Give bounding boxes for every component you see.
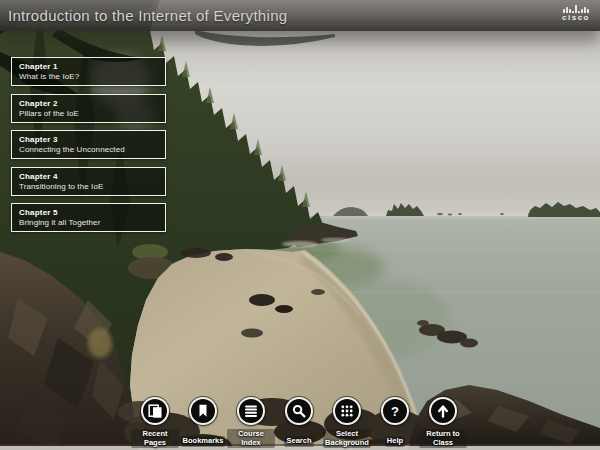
course-home-screen: Introduction to the Internet of Everythi…: [0, 0, 600, 450]
svg-text:?: ?: [391, 404, 399, 419]
return-to-class-icon[interactable]: [429, 397, 457, 425]
select-background-button[interactable]: Select Background: [323, 397, 371, 449]
return-to-class-button[interactable]: Return to Class: [419, 397, 467, 449]
chapter-item-3[interactable]: Chapter 3 Connecting the Unconnected: [11, 130, 166, 159]
toolbar-button-label: Help: [385, 429, 405, 447]
chapter-label: Chapter 3: [19, 134, 158, 145]
cisco-logo: cisco: [562, 4, 590, 22]
course-index-button[interactable]: Course Index: [227, 397, 275, 449]
toolbar-button-label: Recent Pages: [131, 429, 179, 449]
chapter-label: Chapter 2: [19, 98, 158, 109]
select-background-icon[interactable]: [333, 397, 361, 425]
help-button[interactable]: ? Help: [371, 397, 419, 449]
search-icon[interactable]: [285, 397, 313, 425]
toolbar-button-label: Select Background: [323, 429, 371, 449]
recent-pages-button[interactable]: Recent Pages: [131, 397, 179, 449]
chapter-menu: Chapter 1 What is the IoE? Chapter 2 Pil…: [11, 57, 166, 232]
help-icon[interactable]: ?: [381, 397, 409, 425]
chapter-title: Bringing it all Together: [19, 218, 158, 228]
cisco-logo-bars-icon: [563, 4, 589, 13]
chapter-title: What is the IoE?: [19, 72, 158, 82]
toolbar-button-label: Course Index: [227, 429, 275, 449]
bookmarks-button[interactable]: Bookmarks: [179, 397, 227, 449]
chapter-label: Chapter 1: [19, 61, 158, 72]
course-index-icon[interactable]: [237, 397, 265, 425]
cisco-logo-text: cisco: [562, 14, 590, 22]
toolbar-button-label: Return to Class: [419, 429, 467, 449]
chapter-item-2[interactable]: Chapter 2 Pillars of the IoE: [11, 94, 166, 123]
page-title: Introduction to the Internet of Everythi…: [8, 7, 287, 24]
bookmarks-icon[interactable]: [189, 397, 217, 425]
chapter-title: Transitioning to the IoE: [19, 182, 158, 192]
bottom-toolbar: Recent Pages Bookmarks Course Index: [131, 397, 467, 449]
chapter-item-1[interactable]: Chapter 1 What is the IoE?: [11, 57, 166, 86]
header-bar: Introduction to the Internet of Everythi…: [0, 0, 600, 31]
chapter-title: Connecting the Unconnected: [19, 145, 158, 155]
chapter-label: Chapter 5: [19, 207, 158, 218]
toolbar-button-label: Search: [284, 429, 313, 447]
chapter-item-4[interactable]: Chapter 4 Transitioning to the IoE: [11, 167, 166, 196]
chapter-title: Pillars of the IoE: [19, 109, 158, 119]
search-button[interactable]: Search: [275, 397, 323, 449]
recent-pages-icon[interactable]: [141, 397, 169, 425]
toolbar-button-label: Bookmarks: [181, 429, 226, 447]
chapter-item-5[interactable]: Chapter 5 Bringing it all Together: [11, 203, 166, 232]
chapter-label: Chapter 4: [19, 171, 158, 182]
